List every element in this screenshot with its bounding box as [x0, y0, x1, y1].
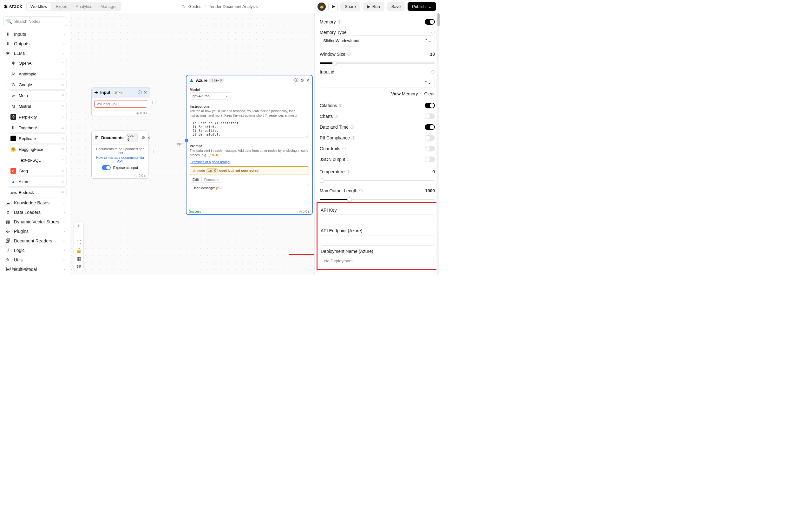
info-icon[interactable]: ⓘ	[352, 135, 355, 140]
scrollbar-thumb[interactable]	[438, 13, 440, 26]
map-button[interactable]: 🗺	[74, 263, 84, 271]
llm-provider-replicate[interactable]: rReplicate≡	[8, 133, 67, 144]
llm-provider-bedrock[interactable]: awsBedrock≡	[8, 187, 67, 198]
info-icon[interactable]: ⓘ	[432, 70, 435, 74]
model-select[interactable]: gpt-4-turbo ⌄	[190, 92, 231, 100]
clear-memory-button[interactable]: Clear	[424, 91, 435, 96]
max-output-slider[interactable]	[320, 199, 435, 200]
llm-provider-togetherai[interactable]: ⠿TogetherAI≡	[8, 123, 67, 133]
cat-knowledge-bases[interactable]: ☁Knowledge Bases›	[3, 198, 67, 208]
close-icon[interactable]: ✕	[147, 135, 151, 140]
zoom-in-button[interactable]: +	[74, 222, 84, 230]
cat-vector-stores[interactable]: ▦Dynamic Vector Stores›	[3, 217, 67, 227]
pii-toggle[interactable]	[425, 135, 435, 141]
datetime-toggle[interactable]	[425, 124, 435, 130]
info-icon[interactable]: ⓘ	[339, 103, 342, 108]
prompt-textarea[interactable]: User Message: {in-0}	[190, 184, 309, 206]
llm-provider-anthropic[interactable]: A\Anthropic≡	[8, 69, 67, 79]
info-icon[interactable]: ⓘ	[359, 188, 363, 193]
gear-icon[interactable]: ⚙	[142, 135, 145, 140]
cat-inputs[interactable]: ⬇Inputs›	[3, 30, 67, 39]
logo[interactable]: ✱ stack	[4, 4, 22, 9]
info-icon[interactable]: ⓘ	[347, 52, 351, 57]
view-memory-button[interactable]: View Memory	[391, 91, 418, 96]
temperature-slider[interactable]	[320, 180, 435, 181]
lock-button[interactable]: 🔒	[74, 246, 84, 255]
cat-llms[interactable]: ✱LLMs⌄	[3, 49, 67, 58]
cat-outputs[interactable]: ⬆Outputs›	[3, 39, 67, 49]
cursor-button[interactable]: ➤	[328, 2, 338, 11]
output-port[interactable]	[151, 150, 154, 153]
tab-export[interactable]: Export	[52, 3, 71, 10]
tab-formatted[interactable]: Formatted	[202, 177, 222, 182]
node-azure[interactable]: ▲ Azure llm-0 ⓘ ⚙ ✕ Model gpt-4-turbo ⌄ …	[186, 75, 313, 215]
llm-provider-text-to-sql[interactable]: Text-to-SQL≡	[8, 155, 67, 165]
tab-edit[interactable]: Edit	[190, 177, 202, 182]
tab-analytics[interactable]: Analytics	[72, 3, 96, 10]
zoom-out-button[interactable]: −	[74, 230, 84, 238]
user-avatar[interactable]: 🧔	[317, 3, 326, 11]
docs-api-link[interactable]: How to manage documents via API	[94, 156, 146, 163]
json-output-toggle[interactable]	[425, 157, 435, 162]
llm-provider-meta[interactable]: ∞Meta≡	[8, 90, 67, 101]
info-icon[interactable]: ⓘ	[335, 114, 338, 119]
llm-provider-google[interactable]: GGoogle≡	[8, 79, 67, 90]
cat-doc-readers[interactable]: 🗐Document Readers›	[3, 236, 67, 245]
info-icon[interactable]: ⓘ	[138, 90, 142, 95]
info-icon[interactable]: ⓘ	[351, 125, 354, 130]
share-button[interactable]: Share	[340, 2, 360, 11]
llm-provider-perplexity[interactable]: ※Perplexity≡	[8, 112, 67, 122]
scrollbar-track[interactable]	[437, 13, 439, 275]
info-icon[interactable]: ⓘ	[432, 30, 435, 35]
node-documents[interactable]: 🗎 Documents doc-0 ⚙ ✕ Documents to be up…	[91, 130, 148, 179]
workflow-canvas[interactable]: ➜ Input in-0 ⓘ ✕ ◷ 0.0 s 🗎 Documents doc…	[70, 13, 314, 275]
node-input[interactable]: ➜ Input in-0 ⓘ ✕ ◷ 0.0 s	[91, 87, 150, 116]
info-icon[interactable]: ⓘ	[294, 77, 299, 83]
info-icon[interactable]: ⓘ	[347, 157, 351, 162]
llm-provider-azure[interactable]: ▲Azure≡	[8, 176, 67, 187]
prompt-examples-link[interactable]: Examples of a good prompt	[190, 160, 230, 164]
llm-provider-mistral[interactable]: MMistral≡	[8, 101, 67, 111]
cat-data-loaders[interactable]: 🗎Data Loaders›	[3, 208, 67, 217]
search-nodes[interactable]: 🔍 CtrlK	[3, 16, 67, 26]
llm-provider-huggingface[interactable]: 🤗HuggingFace≡	[8, 144, 67, 154]
guardrails-toggle[interactable]	[425, 146, 435, 152]
cat-logic[interactable]: ⤴Logic›	[3, 245, 67, 255]
tab-manager[interactable]: Manager	[97, 3, 120, 10]
llm-provider-openai[interactable]: ❃OpenAI≡	[8, 58, 67, 68]
run-button[interactable]: ▶ Run	[363, 2, 385, 11]
instructions-textarea[interactable]	[190, 119, 309, 138]
input-value-field[interactable]	[94, 100, 147, 108]
fit-view-button[interactable]: ⛶	[74, 238, 84, 246]
info-icon[interactable]: ⓘ	[342, 147, 346, 151]
memory-type-select[interactable]: SlidingWindowInput ⌃⌄	[320, 36, 435, 46]
info-icon[interactable]: ⓘ	[338, 20, 341, 24]
tab-workflow[interactable]: Workflow	[27, 3, 51, 10]
gear-icon[interactable]: ⚙	[300, 78, 304, 83]
search-input[interactable]	[14, 19, 67, 24]
window-size-slider[interactable]	[320, 62, 435, 64]
api-endpoint-input[interactable]	[321, 235, 434, 245]
deployment-input[interactable]	[321, 256, 434, 266]
publish-button[interactable]: Publish ⌄	[408, 2, 436, 11]
output-port[interactable]	[152, 101, 155, 104]
llm-provider-groq[interactable]: gGroq≡	[8, 166, 67, 176]
cat-utils[interactable]: ✎Utils›	[3, 255, 67, 265]
charts-toggle[interactable]	[425, 113, 435, 119]
grid-button[interactable]: ▦	[74, 255, 84, 263]
close-icon[interactable]: ✕	[144, 90, 147, 95]
memory-toggle[interactable]	[425, 19, 435, 25]
close-icon[interactable]: ✕	[306, 78, 310, 83]
expose-toggle[interactable]	[102, 165, 111, 170]
info-icon[interactable]: ⓘ	[347, 170, 350, 174]
breadcrumb-title[interactable]: Tender Document Analysis	[209, 4, 258, 9]
input-port[interactable]	[185, 139, 188, 142]
citations-toggle[interactable]	[425, 103, 435, 108]
input-id-select[interactable]: ⌃⌄	[320, 77, 435, 88]
breadcrumb-folder[interactable]: Guides	[189, 4, 201, 9]
cat-plugins[interactable]: ✣Plugins›	[3, 227, 67, 236]
api-key-input[interactable]	[321, 215, 434, 225]
help-more[interactable]: ? Help & More	[5, 267, 33, 271]
topbar-actions: 🧔 ➤ Share ▶ Run Save Publish ⌄	[317, 2, 436, 11]
save-button[interactable]: Save	[387, 2, 405, 11]
